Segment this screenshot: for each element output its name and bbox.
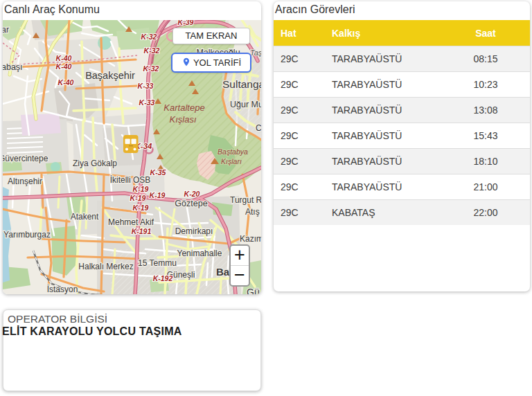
svg-text:K-32: K-32 [144, 46, 160, 55]
svg-text:K-19: K-19 [130, 194, 146, 202]
svg-text:Ba: Ba [216, 266, 230, 278]
svg-text:K-40: K-40 [58, 78, 74, 87]
svg-text:Güvercintepe: Güvercintepe [3, 154, 48, 163]
svg-text:Kışları: Kışları [221, 157, 242, 165]
svg-text:Yarımburgaz: Yarımburgaz [3, 230, 51, 240]
svg-text:Gü: Gü [247, 287, 260, 294]
svg-text:Taş: Taş [250, 48, 261, 57]
svg-text:Ziya Gökalp: Ziya Gökalp [73, 159, 117, 168]
svg-text:Sultanga: Sultanga [222, 78, 261, 90]
svg-text:15 Temmu: 15 Temmu [138, 258, 177, 268]
svg-text:Yenimahalle: Yenimahalle [177, 249, 222, 258]
svg-text:K-19: K-19 [133, 204, 149, 212]
svg-text:Kazım: Kazım [240, 234, 261, 244]
svg-text:Demirkapı: Demirkapı [175, 226, 213, 236]
svg-text:Başakşehir: Başakşehir [85, 70, 135, 81]
svg-text:K-40: K-40 [56, 54, 72, 62]
svg-text:K-39: K-39 [178, 20, 194, 26]
svg-text:K-33: K-33 [138, 82, 154, 90]
svg-text:K-40: K-40 [56, 62, 72, 71]
svg-text:K-19: K-19 [150, 191, 166, 199]
svg-text:İkitelli OSB: İkitelli OSB [110, 175, 151, 185]
svg-text:Uğur Mu: Uğur Mu [230, 100, 261, 109]
svg-text:K-191: K-191 [132, 227, 152, 235]
svg-text:abaşı: abaşı [3, 62, 23, 72]
svg-text:Atakent: Atakent [71, 212, 99, 222]
svg-text:Mehmet Akif: Mehmet Akif [108, 217, 154, 227]
svg-text:K-19: K-19 [133, 185, 149, 193]
svg-text:K-192: K-192 [153, 274, 173, 282]
svg-text:İstasyon: İstasyon [47, 285, 78, 294]
svg-text:Altınşehir: Altınşehir [8, 177, 42, 186]
svg-text:Göztepe: Göztepe [175, 199, 207, 208]
svg-text:Turgut R: Turgut R [230, 195, 261, 205]
svg-text:Kartaltepe: Kartaltepe [163, 102, 204, 113]
svg-text:Atış: Atış [245, 207, 260, 217]
svg-text:Baştabya: Baştabya [218, 147, 248, 156]
svg-text:K-33: K-33 [139, 98, 155, 107]
svg-text:Halkalı Merkez: Halkalı Merkez [78, 262, 133, 271]
svg-text:Kışlası: Kışlası [169, 114, 196, 125]
svg-text:K-32: K-32 [143, 64, 159, 73]
svg-text:ar: ar [3, 25, 9, 35]
svg-text:K-35: K-35 [150, 168, 166, 177]
svg-text:K-32: K-32 [141, 33, 157, 41]
svg-text:Cu: Cu [256, 123, 261, 133]
svg-text:K-20: K-20 [184, 190, 200, 198]
